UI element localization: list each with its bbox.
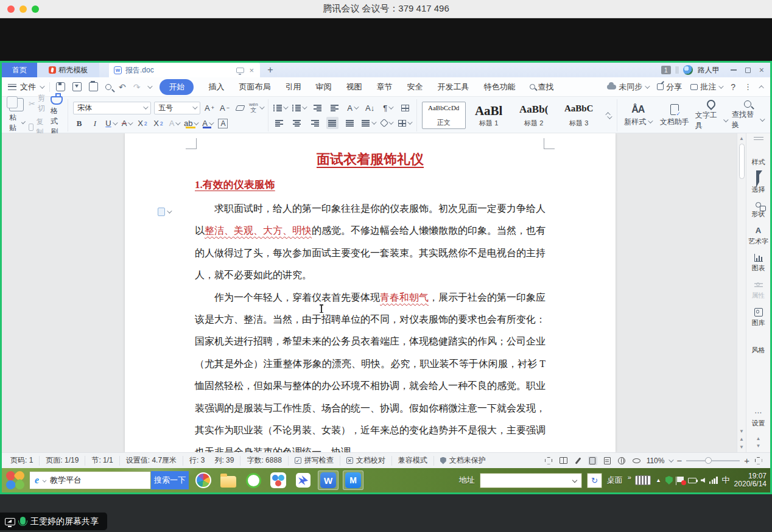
scroll-up-icon[interactable]: ▲ bbox=[739, 133, 744, 144]
font-name-select[interactable]: 宋体 bbox=[73, 102, 151, 114]
font-color-button[interactable]: A bbox=[201, 117, 213, 130]
fit-page-icon[interactable] bbox=[754, 457, 763, 465]
zoom-chevron-icon[interactable] bbox=[669, 457, 674, 462]
share-button[interactable]: 分享 bbox=[657, 82, 682, 93]
style-heading1[interactable]: AaBl 标题 1 bbox=[467, 102, 511, 129]
sync-button[interactable]: 未同步 bbox=[607, 82, 648, 93]
rail-scroll-up-icon[interactable]: ▲ bbox=[756, 436, 761, 441]
menu-tab-dev-tools[interactable]: 开发工具 bbox=[437, 82, 469, 93]
decrease-font-button[interactable]: A− bbox=[219, 102, 231, 114]
tab-docer[interactable]: 稻壳模板 bbox=[37, 63, 99, 77]
menu-tab-view[interactable]: 视图 bbox=[346, 82, 362, 93]
file-explorer-icon[interactable] bbox=[218, 471, 239, 490]
new-style-button[interactable]: ÅA 新样式 bbox=[622, 104, 654, 127]
file-menu[interactable]: 文件 bbox=[20, 82, 36, 93]
bullet-list-button[interactable] bbox=[273, 102, 287, 114]
align-center-button[interactable] bbox=[291, 117, 303, 129]
sort-button[interactable]: A↓ bbox=[364, 102, 376, 114]
safe-360-icon[interactable] bbox=[243, 471, 264, 490]
style-heading3[interactable]: AaBbC 标题 3 bbox=[557, 102, 601, 129]
show-marks-button[interactable]: ¶ bbox=[382, 102, 394, 114]
comment-button[interactable]: 批注 bbox=[690, 82, 722, 93]
more-menu-button[interactable]: ⋮ bbox=[744, 82, 752, 91]
collapse-ribbon-icon[interactable] bbox=[759, 85, 763, 90]
sidebar-item-chart[interactable]: 图表 bbox=[752, 254, 765, 273]
tray-shield-icon[interactable] bbox=[665, 476, 673, 485]
print-preview-icon[interactable] bbox=[105, 84, 111, 90]
redo-icon[interactable]: ↷ bbox=[133, 82, 141, 92]
task-list-icon[interactable] bbox=[676, 66, 678, 74]
subscript-button[interactable]: X2 bbox=[152, 117, 164, 130]
address-chevron-icon[interactable] bbox=[572, 478, 577, 483]
next-page-icon[interactable]: ▼ bbox=[739, 444, 744, 450]
start-button[interactable] bbox=[5, 471, 25, 490]
search-input[interactable]: e 教学平台 bbox=[29, 471, 151, 489]
search-go-button[interactable]: 搜索一下 bbox=[151, 471, 189, 489]
address-go-icon[interactable]: ↻ bbox=[587, 473, 602, 488]
keyboard-icon[interactable] bbox=[635, 475, 651, 485]
task-count-badge[interactable]: 1 bbox=[661, 66, 671, 74]
taskbar-search[interactable]: e 教学平台 搜索一下 bbox=[29, 471, 189, 489]
format-painter-button[interactable]: 格式刷 bbox=[51, 94, 63, 137]
tencent-meeting-taskbar-icon[interactable]: M bbox=[343, 471, 363, 490]
tray-battery-icon[interactable] bbox=[688, 478, 697, 483]
sidebar-item-wordart[interactable]: A艺术字 bbox=[748, 226, 768, 246]
menu-find[interactable]: 查找 bbox=[530, 82, 553, 93]
char-border-button[interactable]: A bbox=[217, 117, 229, 130]
desktop-expand-icon[interactable]: » bbox=[628, 474, 630, 481]
sidebar-item-properties[interactable]: 属性 bbox=[752, 281, 765, 300]
app-restore-button[interactable] bbox=[745, 68, 751, 73]
shading-button[interactable] bbox=[381, 117, 393, 129]
find-replace-button[interactable]: 查找替换 bbox=[732, 100, 763, 130]
sidebar-item-shapes[interactable]: 形状 bbox=[752, 202, 765, 219]
undo-icon[interactable]: ↶ bbox=[119, 82, 126, 92]
desktop-toolbar-label[interactable]: 桌面 bbox=[607, 475, 623, 486]
select-button[interactable]: 选择 bbox=[768, 103, 772, 128]
wps-cloud-icon[interactable] bbox=[268, 471, 289, 490]
ime-indicator[interactable]: 中 bbox=[722, 475, 730, 486]
scrollbar-thumb[interactable] bbox=[739, 144, 745, 179]
browser-360-icon[interactable] bbox=[193, 471, 214, 490]
doc-assistant-button[interactable]: 文档助手 bbox=[659, 104, 690, 127]
cut-button[interactable]: ✂剪切 bbox=[29, 93, 46, 114]
tray-network-icon[interactable] bbox=[709, 477, 718, 484]
zoom-out-button[interactable]: − bbox=[676, 455, 682, 466]
zoom-slider[interactable] bbox=[686, 460, 740, 461]
write-mode-icon[interactable] bbox=[574, 457, 583, 465]
numbered-list-button[interactable] bbox=[292, 102, 306, 114]
pinyin-guide-button[interactable]: wén文 bbox=[249, 102, 263, 114]
align-right-button[interactable] bbox=[309, 117, 321, 129]
paste-button[interactable]: 粘贴 bbox=[9, 98, 24, 133]
increase-indent-button[interactable] bbox=[329, 102, 341, 114]
menu-tab-review[interactable]: 审阅 bbox=[315, 82, 331, 93]
bold-button[interactable]: B bbox=[73, 117, 85, 130]
file-menu-chevron-icon[interactable] bbox=[40, 83, 44, 88]
print-layout-icon[interactable] bbox=[588, 457, 597, 465]
menu-tab-insert[interactable]: 插入 bbox=[208, 82, 224, 93]
taskbar-clock[interactable]: 19:07 2020/6/14 bbox=[734, 472, 767, 488]
read-layout-icon[interactable] bbox=[559, 457, 568, 465]
borders-button[interactable] bbox=[398, 117, 411, 129]
menu-tab-special-features[interactable]: 特色功能 bbox=[483, 82, 515, 93]
web-layout-icon[interactable] bbox=[617, 457, 626, 465]
app-close-button[interactable]: × bbox=[759, 66, 764, 74]
clear-format-button[interactable] bbox=[234, 102, 246, 114]
zoom-in-button[interactable]: + bbox=[744, 455, 749, 466]
sidebar-item-select[interactable]: 选择 bbox=[752, 175, 765, 194]
print-icon[interactable] bbox=[89, 82, 98, 91]
new-tab-button[interactable]: + bbox=[260, 63, 281, 77]
scroll-down-icon[interactable]: ▼ bbox=[739, 429, 744, 434]
menu-tab-section[interactable]: 章节 bbox=[376, 82, 392, 93]
margin-widget[interactable] bbox=[158, 208, 170, 216]
justify-button[interactable] bbox=[326, 117, 339, 129]
font-size-select[interactable]: 五号 bbox=[154, 102, 200, 114]
status-word-count[interactable]: 字数: 6888 bbox=[240, 456, 288, 466]
strikethrough-button[interactable]: A bbox=[121, 117, 133, 130]
thunder-icon[interactable] bbox=[293, 471, 314, 490]
increase-font-button[interactable]: A+ bbox=[203, 102, 216, 114]
sidebar-handle-icon[interactable] bbox=[754, 137, 763, 140]
doc-protection-label[interactable]: 文档未保护 bbox=[434, 456, 492, 466]
user-name[interactable]: 路人甲 bbox=[698, 65, 720, 75]
sidebar-item-settings[interactable]: ⋯设置 bbox=[752, 408, 765, 428]
sidebar-item-styles[interactable]: 样式 bbox=[752, 147, 765, 167]
